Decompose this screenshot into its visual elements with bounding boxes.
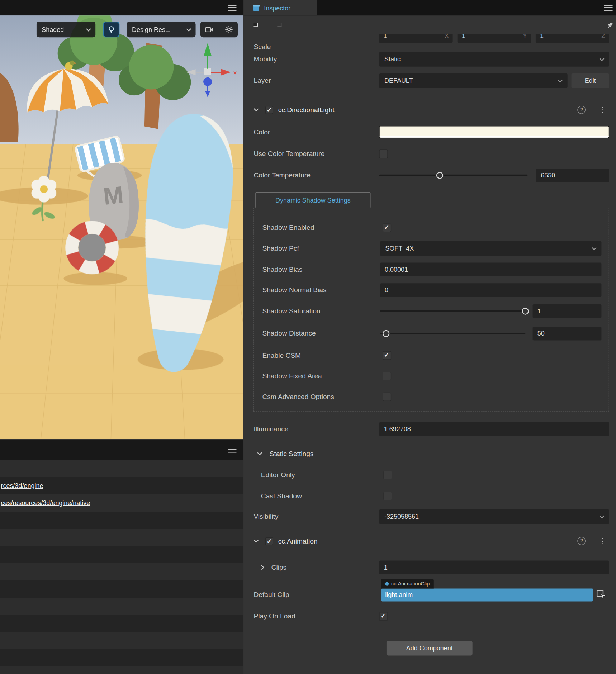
layer-select[interactable]: DEFAULT [379, 73, 568, 88]
chevron-down-icon [186, 27, 191, 32]
collapse-chevron-icon[interactable] [254, 106, 259, 111]
design-resolution-dropdown[interactable]: Design Res... [127, 22, 196, 37]
forward-arrow-icon[interactable] [277, 23, 281, 27]
color-temperature-slider[interactable] [379, 168, 528, 183]
lighting-toggle-button[interactable] [103, 22, 120, 37]
shadow-distance-field[interactable]: 50 [533, 327, 602, 340]
pin-icon[interactable] [606, 22, 614, 29]
csm-advanced-options-row: Csm Advanced Options [244, 389, 616, 404]
slider-thumb[interactable] [522, 308, 529, 314]
tab-inspector[interactable]: Inspector [244, 0, 317, 15]
enable-csm-label: Enable CSM [262, 352, 301, 360]
shadow-distance-label: Shadow Distance [262, 330, 316, 338]
component-menu-icon[interactable]: ⋮ [599, 536, 606, 546]
color-temperature-field[interactable]: 6550 [536, 168, 609, 182]
animation-enabled-checkbox[interactable] [265, 537, 273, 545]
animation-clip-badge: cc.AnimationClip [381, 579, 434, 588]
mobility-select[interactable]: Static [379, 52, 609, 67]
shadow-fixed-area-label: Shadow Fixed Area [262, 372, 322, 380]
help-icon[interactable]: ? [577, 537, 586, 545]
dynamic-shadow-settings-tab[interactable]: Dynamic Shadow Settings [255, 192, 370, 208]
csm-advanced-options-checkbox[interactable] [383, 393, 391, 401]
shadow-normal-bias-row: Shadow Normal Bias 0 [244, 283, 616, 298]
stone-letter: M [102, 181, 124, 210]
shadow-fixed-area-row: Shadow Fixed Area [244, 369, 616, 384]
editor-only-row: Editor Only [244, 467, 616, 483]
color-temperature-row: Color Temperature 6550 [244, 168, 616, 183]
layer-label: Layer [253, 77, 271, 85]
slider-thumb[interactable] [437, 172, 444, 179]
layer-edit-label: Edit [585, 77, 596, 84]
shadow-pcf-select[interactable]: SOFT_4X [380, 241, 601, 256]
layer-value: DEFAULT [384, 77, 413, 84]
chevron-down-icon [600, 56, 605, 61]
design-resolution-label: Design Res... [132, 26, 171, 33]
color-swatch[interactable] [379, 126, 609, 138]
back-arrow-icon[interactable] [253, 23, 258, 27]
select-asset-icon[interactable] [594, 589, 608, 601]
visibility-select[interactable]: -325058561 [379, 509, 609, 524]
chevron-down-icon [86, 27, 91, 32]
gizmo-x-label: x [233, 69, 237, 76]
gear-icon[interactable] [225, 25, 233, 34]
camera-icon[interactable] [205, 26, 214, 33]
mobility-label: Mobility [253, 56, 277, 63]
enable-csm-row: Enable CSM [244, 348, 616, 363]
default-clip-label: Default Clip [253, 591, 289, 599]
inspector-tabbar: Inspector [244, 0, 616, 15]
viewport-tools-group [200, 22, 238, 37]
illuminance-field[interactable]: 1.692708 [379, 422, 609, 436]
help-icon[interactable]: ? [577, 106, 586, 114]
directional-light-enabled-checkbox[interactable] [265, 106, 273, 114]
layer-row: Layer DEFAULT Edit [244, 73, 616, 89]
play-on-load-checkbox[interactable] [379, 612, 388, 621]
asset-path-link[interactable]: rces/3d/engine [1, 479, 43, 493]
editor-only-checkbox[interactable] [384, 471, 392, 479]
shadow-bias-field[interactable]: 0.00001 [380, 263, 601, 276]
shadow-saturation-slider[interactable] [380, 303, 525, 319]
directional-light-header[interactable]: cc.DirectionalLight ? ⋮ [244, 102, 616, 118]
use-color-temperature-label: Use Color Temperature [253, 150, 324, 158]
shadow-distance-row: Shadow Distance 50 [244, 326, 616, 341]
scene-panel-header [0, 0, 243, 15]
editor-only-label: Editor Only [261, 471, 295, 479]
default-clip-field[interactable]: light.anim [381, 588, 593, 601]
animation-header[interactable]: cc.Animation ? ⋮ [244, 533, 616, 549]
component-menu-icon[interactable]: ⋮ [599, 105, 606, 115]
shadow-fixed-area-checkbox[interactable] [383, 372, 391, 380]
inspector-panel: Inspector Scale 1 X 1 Y 1 Z [244, 0, 616, 674]
add-component-button[interactable]: Add Component [387, 641, 473, 656]
csm-advanced-options-label: Csm Advanced Options [262, 393, 334, 401]
assets-panel-menu-icon[interactable] [228, 447, 236, 453]
use-color-temperature-checkbox[interactable] [379, 149, 388, 158]
shading-mode-dropdown[interactable]: Shaded [37, 22, 95, 37]
scene-viewport[interactable]: M [0, 15, 243, 439]
cast-shadow-checkbox[interactable] [384, 492, 392, 500]
cast-shadow-row: Cast Shadow [244, 488, 616, 504]
static-settings-label: Static Settings [270, 450, 314, 458]
shadow-pcf-value: SOFT_4X [385, 245, 414, 252]
lightbulb-icon [107, 25, 116, 34]
inspector-menu-icon[interactable] [604, 5, 613, 11]
expand-chevron-icon[interactable] [259, 565, 264, 570]
shadow-enabled-checkbox[interactable] [383, 223, 391, 232]
chevron-down-icon [600, 514, 605, 519]
chevron-down-icon [558, 78, 563, 83]
clips-count-field[interactable]: 1 [379, 560, 609, 574]
layer-edit-button[interactable]: Edit [571, 73, 609, 88]
slider-thumb[interactable] [383, 330, 389, 337]
gizmo-cube [204, 68, 211, 75]
clips-row: Clips 1 [244, 560, 616, 575]
scene-panel-menu-icon[interactable] [228, 5, 236, 11]
static-settings-header[interactable]: Static Settings [244, 446, 616, 462]
shadow-enabled-row: Shadow Enabled [244, 220, 616, 236]
asset-path-link[interactable]: ces/resources/3d/engine/native [1, 496, 90, 510]
illuminance-row: Illuminance 1.692708 [244, 421, 616, 437]
shadow-saturation-field[interactable]: 1 [533, 304, 602, 318]
enable-csm-checkbox[interactable] [383, 351, 391, 360]
collapse-chevron-icon[interactable] [257, 450, 262, 455]
collapse-chevron-icon[interactable] [254, 538, 259, 543]
play-on-load-label: Play On Load [253, 613, 295, 621]
shadow-normal-bias-field[interactable]: 0 [380, 283, 601, 297]
shadow-distance-slider[interactable] [380, 326, 525, 341]
